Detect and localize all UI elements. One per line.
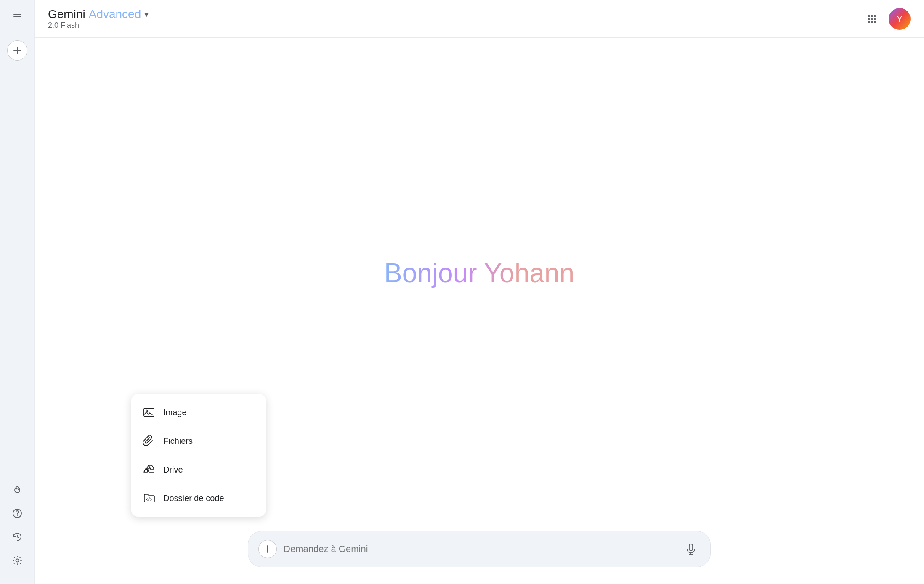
greeting-text: Bonjour Yohann — [384, 257, 574, 289]
svg-point-10 — [874, 15, 876, 17]
svg-point-13 — [874, 18, 876, 20]
attachment-popup-menu: Image Fichiers — [131, 394, 266, 517]
svg-point-7 — [16, 559, 19, 562]
svg-point-11 — [868, 18, 870, 20]
history-button[interactable] — [7, 527, 27, 547]
svg-rect-0 — [13, 14, 21, 15]
header-actions: Y — [862, 8, 911, 30]
menu-item-image-label: Image — [163, 408, 187, 417]
menu-item-fichiers-label: Fichiers — [163, 436, 193, 446]
activity-icon — [12, 484, 23, 495]
menu-icon — [12, 12, 22, 22]
menu-item-fichiers[interactable]: Fichiers — [131, 427, 266, 455]
add-attachment-button[interactable] — [258, 540, 277, 558]
svg-point-12 — [871, 18, 873, 20]
app-tier: Advanced — [89, 8, 141, 21]
sidebar — [0, 0, 35, 584]
code-folder-icon — [143, 492, 155, 504]
menu-item-drive[interactable]: Drive — [131, 455, 266, 484]
drive-icon — [143, 464, 155, 475]
svg-point-9 — [871, 15, 873, 17]
google-apps-button[interactable] — [862, 9, 882, 29]
chat-input[interactable] — [284, 544, 675, 555]
mic-icon — [685, 543, 697, 555]
svg-rect-1 — [13, 16, 21, 17]
paperclip-icon — [143, 435, 155, 447]
help-icon — [12, 508, 23, 519]
activity-button[interactable] — [7, 480, 27, 500]
svg-rect-2 — [13, 19, 21, 19]
help-button[interactable] — [7, 503, 27, 523]
header: Gemini Advanced ▾ 2.0 Flash — [35, 0, 924, 38]
image-icon — [143, 406, 155, 418]
apps-icon — [866, 13, 878, 25]
menu-button[interactable] — [7, 7, 27, 27]
new-chat-button[interactable] — [7, 40, 27, 61]
svg-point-15 — [871, 21, 873, 23]
user-avatar[interactable]: Y — [889, 8, 911, 30]
app-version: 2.0 Flash — [48, 21, 149, 30]
input-container — [248, 531, 711, 567]
model-dropdown-button[interactable]: ▾ — [144, 9, 149, 19]
history-icon — [12, 531, 23, 542]
plus-icon — [13, 46, 22, 55]
menu-item-code-folder[interactable]: Dossier de code — [131, 484, 266, 512]
svg-point-16 — [874, 21, 876, 23]
settings-icon — [12, 555, 23, 566]
input-box — [248, 531, 711, 567]
svg-point-6 — [17, 515, 18, 516]
sidebar-bottom-icons — [7, 480, 27, 571]
menu-item-image[interactable]: Image — [131, 398, 266, 427]
header-title-group: Gemini Advanced ▾ 2.0 Flash — [48, 8, 149, 30]
app-name: Gemini — [48, 8, 85, 21]
mic-button[interactable] — [682, 540, 700, 558]
svg-rect-17 — [144, 408, 154, 417]
svg-point-14 — [868, 21, 870, 23]
menu-item-code-folder-label: Dossier de code — [163, 494, 224, 503]
plus-small-icon — [263, 544, 272, 554]
svg-rect-21 — [689, 544, 693, 551]
main-content: Gemini Advanced ▾ 2.0 Flash — [35, 0, 924, 584]
settings-button[interactable] — [7, 550, 27, 571]
menu-item-drive-label: Drive — [163, 465, 183, 475]
content-area: Bonjour Yohann Image — [35, 38, 924, 584]
svg-point-8 — [868, 15, 870, 17]
header-title-row: Gemini Advanced ▾ — [48, 8, 149, 21]
